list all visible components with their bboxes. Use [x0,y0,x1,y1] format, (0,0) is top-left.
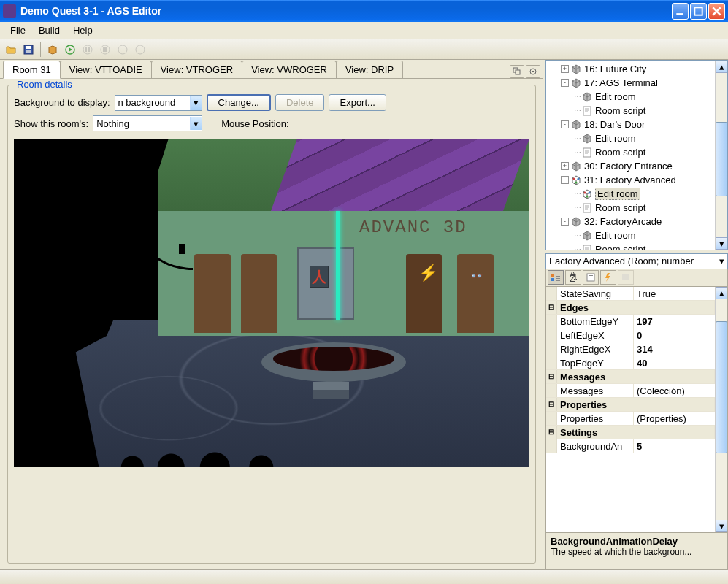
svg-rect-16 [583,107,591,115]
prop-category[interactable]: ⊟Edges [546,301,715,315]
save-icon[interactable] [20,42,37,58]
tree-node[interactable]: ⋯Room script [548,201,713,215]
svg-rect-3 [26,46,31,49]
export-button[interactable]: Export... [329,94,386,111]
events-icon[interactable] [600,270,616,285]
scroll-down-icon[interactable]: ▾ [716,520,727,532]
tree-node[interactable]: +30: Factory Entrance [548,159,713,173]
tab-room-31[interactable]: Room 31 [3,61,61,79]
prop-row[interactable]: Properties(Properties) [546,412,715,426]
prop-value[interactable]: True [634,287,715,300]
svg-point-23 [586,195,589,197]
tree-toggle-icon[interactable]: - [561,120,569,128]
prop-row[interactable]: BottomEdgeY197 [546,315,715,328]
tab-view-vttoadie[interactable]: View: VTTOADIE [60,61,152,78]
prop-row[interactable]: StateSavingTrue [546,287,715,301]
tree-node-label: 31: Factory Advanced [584,174,676,185]
cube-icon [570,216,582,228]
property-pages-icon[interactable] [583,270,599,285]
tree-node[interactable]: ⋯Room script [548,104,713,118]
cube-icon [570,64,582,75]
tree-node[interactable]: -17: AGS Terminal [548,76,713,90]
tree-toggle-icon[interactable]: + [561,162,569,170]
tab-view-vwroger[interactable]: View: VWROGER [242,61,337,78]
maximize-button[interactable] [690,3,707,20]
scroll-down-icon[interactable]: ▾ [716,237,727,250]
prop-scrollbar[interactable]: ▴ ▾ [715,287,727,532]
scroll-up-icon[interactable]: ▴ [716,61,727,73]
tab-list-button[interactable] [510,65,524,78]
tree-node-label: 17: AGS Terminal [584,77,658,88]
box-icon[interactable] [45,42,61,58]
step2-icon [132,42,148,58]
prop-row[interactable]: TopEdgeY40 [546,356,715,370]
prop-category[interactable]: ⊟Settings [546,426,715,439]
svg-point-18 [573,177,575,180]
collapse-icon[interactable]: ⊟ [546,398,557,411]
collapse-icon[interactable]: ⊟ [546,370,557,383]
cubec-icon [581,188,593,200]
categorized-icon[interactable] [548,270,564,285]
prop-value[interactable]: 0 [634,328,715,342]
show-rooms-combo[interactable]: Nothing ▾ [93,115,202,131]
mouse-pos-label: Mouse Position: [221,118,289,129]
room-preview[interactable]: 人 ⚡ 👓 ADVANC 3D [14,139,529,467]
tree-node[interactable]: ⋯Edit room [548,228,713,242]
tree-node-label: 16: Future City [584,64,646,74]
stop-icon [97,42,113,58]
tree-node[interactable]: ⋯Room script [548,145,713,159]
tree-toggle-icon[interactable]: - [561,79,569,87]
play-icon[interactable] [62,42,78,58]
menu-build[interactable]: Build [33,23,66,37]
prop-row[interactable]: BackgroundAn5 [546,439,715,453]
room-details-label: Room details [14,79,75,90]
prop-row[interactable]: Messages(Colección) [546,384,715,398]
tree-toggle-icon[interactable]: + [561,65,569,73]
prop-value[interactable]: 5 [634,439,715,453]
tree-node[interactable]: -18: Dar's Door [548,118,713,131]
app-icon [3,4,16,18]
minimize-button[interactable] [672,3,689,20]
close-button[interactable] [708,3,725,20]
prop-value[interactable]: (Properties) [634,412,715,425]
property-object-combo[interactable]: Factory Advanced (Room; number ▾ [545,253,728,269]
menu-help[interactable]: Help [67,23,99,37]
bg-display-combo[interactable]: n background ▾ [115,95,202,111]
svg-rect-26 [551,274,554,277]
property-help-name: BackgroundAnimationDelay [551,536,723,547]
tab-view-vtroger[interactable]: View: VTROGER [151,61,242,78]
script-icon [581,147,593,158]
tree-node[interactable]: -32: FactoryArcade [548,215,713,228]
alphabetical-icon[interactable]: AZ [565,270,581,285]
collapse-icon[interactable]: ⊟ [546,426,557,439]
scroll-up-icon[interactable]: ▴ [716,287,727,299]
tree-scrollbar[interactable]: ▴ ▾ [715,61,727,250]
tree-toggle-icon[interactable]: - [561,218,569,226]
prop-row[interactable]: RightEdgeX314 [546,342,715,356]
prop-value[interactable]: 197 [634,315,715,328]
tree-node[interactable]: -31: Factory Advanced [548,173,713,187]
tree-node[interactable]: +16: Future City [548,62,713,76]
tab-close-button[interactable] [526,65,540,78]
prop-value[interactable]: 314 [634,342,715,356]
prop-value[interactable]: 40 [634,356,715,369]
tree-node[interactable]: ⋯Edit room [548,90,713,104]
tree-node[interactable]: ⋯Edit room [548,187,713,201]
open-icon[interactable] [3,42,19,58]
svg-rect-1 [694,7,702,15]
tree-toggle-icon[interactable]: - [561,176,569,184]
tree-node[interactable]: ⋯Room script [548,242,713,250]
svg-text:Z: Z [570,273,575,283]
prop-value[interactable]: (Colección) [634,384,715,397]
prop-category[interactable]: ⊟Properties [546,398,715,412]
prop-name: LeftEdgeX [557,328,634,342]
collapse-icon[interactable]: ⊟ [546,301,557,314]
svg-point-19 [578,177,580,180]
tree-node[interactable]: ⋯Edit room [548,131,713,145]
tab-view-drip[interactable]: View: DRIP [336,61,403,78]
change-button[interactable]: Change... [207,94,271,111]
prop-row[interactable]: LeftEdgeX0 [546,328,715,342]
prop-category[interactable]: ⊟Messages [546,370,715,384]
menu-file[interactable]: File [4,23,31,37]
tree-node-label: Room script [595,244,645,250]
